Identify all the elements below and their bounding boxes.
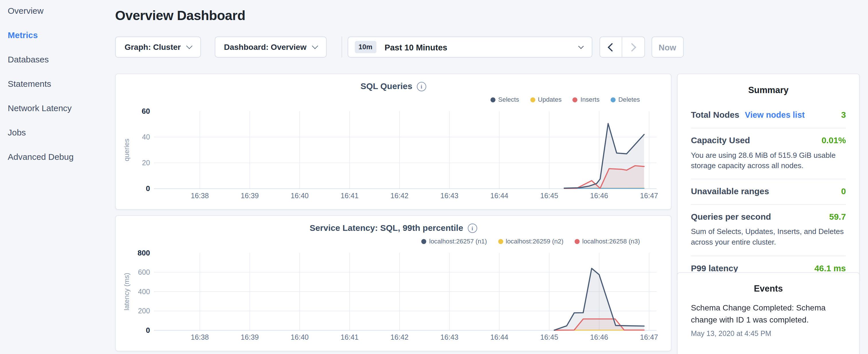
sidebar-item-jobs[interactable]: Jobs bbox=[8, 128, 113, 138]
svg-text:600: 600 bbox=[138, 268, 150, 276]
event-timestamp: May 13, 2020 at 4:45 PM bbox=[691, 329, 846, 337]
sidebar-item-metrics[interactable]: Metrics bbox=[8, 30, 113, 40]
summary-row-unavailable-ranges: Unavailable ranges 0 bbox=[691, 180, 846, 205]
summary-row-description: You are using 28.6 MiB of 515.9 GiB usab… bbox=[691, 150, 846, 171]
svg-text:200: 200 bbox=[138, 307, 150, 315]
time-prev-button[interactable] bbox=[600, 37, 622, 57]
svg-text:queries: queries bbox=[123, 139, 130, 161]
summary-panel: Summary Total Nodes View nodes list 3 Ca… bbox=[677, 74, 860, 282]
time-range-label: Past 10 Minutes bbox=[384, 42, 447, 52]
svg-text:0: 0 bbox=[146, 184, 150, 193]
summary-row-value: 59.7 bbox=[829, 212, 846, 222]
divider bbox=[341, 36, 342, 57]
event-text: Schema Change Completed: Schema change w… bbox=[691, 301, 846, 326]
page-title: Overview Dashboard bbox=[115, 8, 245, 23]
svg-text:16:45: 16:45 bbox=[540, 333, 558, 341]
summary-title: Summary bbox=[691, 85, 846, 95]
chevron-down-icon bbox=[578, 43, 584, 49]
summary-row-capacity-used: Capacity Used 0.01% You are using 28.6 M… bbox=[691, 128, 846, 179]
service-latency-chart-panel: Service Latency: SQL, 99th percentile i … bbox=[115, 215, 672, 351]
chevron-down-icon bbox=[311, 43, 318, 49]
svg-text:0: 0 bbox=[146, 326, 150, 334]
sidebar-item-statements[interactable]: Statements bbox=[8, 79, 113, 89]
svg-text:16:38: 16:38 bbox=[191, 192, 209, 200]
now-button-label: Now bbox=[658, 42, 676, 52]
svg-text:16:47: 16:47 bbox=[640, 192, 658, 200]
graph-dropdown[interactable]: Graph: Cluster bbox=[115, 36, 200, 57]
sidebar-item-advanced-debug[interactable]: Advanced Debug bbox=[8, 152, 113, 162]
now-button[interactable]: Now bbox=[651, 36, 683, 57]
svg-text:16:39: 16:39 bbox=[241, 192, 259, 200]
svg-text:16:43: 16:43 bbox=[440, 192, 459, 200]
time-range-dropdown[interactable]: 10m Past 10 Minutes bbox=[347, 36, 592, 57]
sidebar-item-databases[interactable]: Databases bbox=[8, 55, 113, 65]
chevron-right-icon bbox=[628, 43, 637, 51]
view-nodes-list-link[interactable]: View nodes list bbox=[745, 110, 805, 120]
summary-row-label: Total Nodes bbox=[691, 110, 739, 120]
svg-text:16:38: 16:38 bbox=[191, 333, 209, 341]
svg-text:16:40: 16:40 bbox=[290, 192, 309, 200]
svg-text:16:39: 16:39 bbox=[241, 333, 259, 341]
app-root: Overview Metrics Databases Statements Ne… bbox=[0, 0, 868, 354]
summary-row-value: 3 bbox=[841, 110, 846, 120]
summary-row-label: Queries per second bbox=[691, 212, 771, 222]
summary-row-description: Sum of Selects, Updates, Inserts, and De… bbox=[691, 227, 846, 248]
event-list-item[interactable]: Schema Change Completed: Schema change w… bbox=[691, 301, 846, 337]
dashboard-dropdown-label: Dashboard: Overview bbox=[224, 43, 306, 52]
summary-row-label: Capacity Used bbox=[691, 135, 750, 146]
svg-text:16:46: 16:46 bbox=[590, 333, 608, 341]
sidebar-item-overview[interactable]: Overview bbox=[8, 6, 113, 16]
chevron-left-icon bbox=[608, 43, 616, 51]
svg-text:16:42: 16:42 bbox=[391, 333, 409, 341]
svg-text:16:43: 16:43 bbox=[440, 333, 459, 341]
controls-bar: Graph: Cluster Dashboard: Overview 10m P… bbox=[115, 36, 683, 57]
events-panel: Events Schema Change Completed: Schema c… bbox=[677, 272, 860, 354]
chart-canvas: 16:3816:3916:4016:4116:4216:4316:4416:45… bbox=[116, 74, 670, 208]
time-range-badge: 10m bbox=[354, 41, 376, 53]
svg-text:400: 400 bbox=[138, 288, 150, 296]
svg-text:20: 20 bbox=[142, 159, 150, 167]
svg-text:60: 60 bbox=[142, 107, 150, 116]
chart-canvas: 16:3816:3916:4016:4116:4216:4316:4416:45… bbox=[116, 216, 670, 349]
svg-text:800: 800 bbox=[137, 249, 150, 257]
graph-dropdown-label: Graph: Cluster bbox=[125, 43, 181, 52]
time-step-group bbox=[599, 36, 645, 57]
events-title: Events bbox=[691, 284, 846, 294]
summary-row-label: P99 latency bbox=[691, 263, 738, 273]
svg-text:16:40: 16:40 bbox=[290, 333, 309, 341]
summary-row-value: 0 bbox=[841, 187, 846, 197]
svg-text:16:41: 16:41 bbox=[340, 333, 359, 341]
svg-text:16:41: 16:41 bbox=[340, 192, 359, 200]
svg-text:16:46: 16:46 bbox=[590, 192, 608, 200]
summary-row-total-nodes: Total Nodes View nodes list 3 bbox=[691, 103, 846, 128]
summary-row-queries-per-second: Queries per second 59.7 Sum of Selects, … bbox=[691, 205, 846, 256]
summary-row-label: Unavailable ranges bbox=[691, 187, 769, 197]
sidebar-item-network-latency[interactable]: Network Latency bbox=[8, 103, 113, 114]
time-next-button[interactable] bbox=[622, 37, 644, 57]
dashboard-dropdown[interactable]: Dashboard: Overview bbox=[215, 36, 327, 57]
summary-row-value: 46.1 ms bbox=[814, 263, 846, 273]
svg-text:16:42: 16:42 bbox=[391, 192, 409, 200]
svg-text:16:45: 16:45 bbox=[540, 192, 558, 200]
svg-text:16:47: 16:47 bbox=[640, 333, 658, 341]
svg-text:16:44: 16:44 bbox=[490, 192, 508, 200]
sidebar: Overview Metrics Databases Statements Ne… bbox=[8, 6, 113, 176]
sql-queries-chart-panel: SQL Queries i SelectsUpdatesInsertsDelet… bbox=[115, 74, 672, 210]
summary-row-value: 0.01% bbox=[822, 135, 846, 146]
svg-text:40: 40 bbox=[142, 133, 150, 141]
chevron-down-icon bbox=[186, 43, 192, 49]
svg-text:16:44: 16:44 bbox=[490, 333, 508, 341]
svg-text:latency (ms): latency (ms) bbox=[123, 273, 130, 310]
